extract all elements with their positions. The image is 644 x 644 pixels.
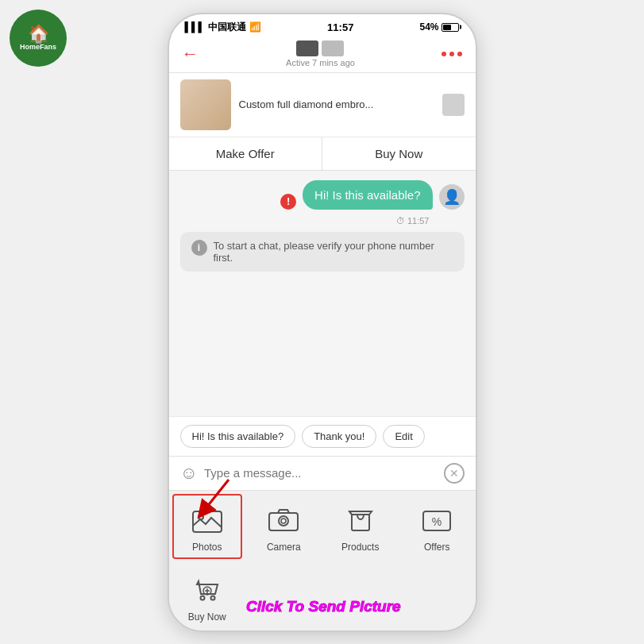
buynow-label: Buy Now (188, 611, 226, 623)
click-to-send-label: Click To Send Picture (246, 598, 401, 615)
svg-point-3 (279, 516, 288, 526)
message-row-1: ! Hi! Is this available? 👤 (180, 180, 465, 210)
svg-point-8 (210, 596, 214, 600)
user-avatar: 👤 (439, 184, 465, 210)
photos-label: Photos (192, 542, 222, 553)
more-button[interactable] (442, 52, 462, 56)
svg-line-12 (203, 480, 229, 511)
buynow-icon (189, 575, 226, 607)
quick-replies: Hi! Is this available? Thank you! Edit (169, 416, 476, 456)
products-icon (342, 505, 379, 537)
product-thumb-small (442, 94, 465, 116)
homefans-label: HomeFans (20, 43, 56, 51)
back-button[interactable]: ← (182, 45, 199, 63)
svg-point-4 (281, 519, 286, 523)
attachment-products[interactable]: Products (322, 491, 399, 562)
active-status: Active 7 mins ago (286, 58, 355, 67)
status-left: ▌▌▌ 中国联通 📶 (185, 21, 262, 34)
info-icon: i (191, 240, 207, 256)
camera-label: Camera (267, 542, 301, 553)
svg-text:%: % (432, 515, 442, 528)
wifi-icon: 📶 (249, 21, 261, 33)
status-time: 11:57 (327, 21, 353, 33)
camera-icon (265, 505, 302, 537)
offers-label: Offers (424, 542, 449, 553)
attachment-offers[interactable]: % Offers (399, 491, 476, 562)
nav-avatar-2 (322, 40, 344, 56)
battery-icon (442, 23, 459, 32)
phone-frame: ▌▌▌ 中国联通 📶 11:57 54% ← Active 7 mins ago (168, 13, 477, 632)
battery-percent: 54% (419, 21, 438, 33)
info-notice: i To start a chat, please verify your ph… (180, 232, 465, 272)
products-label: Products (341, 542, 379, 553)
quick-reply-thankyou[interactable]: Thank you! (302, 425, 376, 448)
attachment-buynow[interactable]: Buy Now (169, 562, 246, 631)
offers-icon: % (418, 505, 455, 537)
clear-input-button[interactable]: ✕ (444, 463, 465, 484)
product-title: Custom full diamond embro... (239, 98, 434, 110)
make-offer-button[interactable]: Make Offer (169, 137, 323, 170)
nav-bar: ← Active 7 mins ago (169, 37, 476, 73)
product-thumbnail (180, 79, 231, 130)
quick-reply-edit[interactable]: Edit (383, 425, 424, 448)
buy-now-button[interactable]: Buy Now (322, 137, 476, 170)
quick-reply-available[interactable]: Hi! Is this available? (180, 425, 296, 448)
product-preview: Custom full diamond embro... (169, 73, 476, 137)
nav-avatars (296, 40, 344, 56)
action-buttons: Make Offer Buy Now (169, 137, 476, 171)
more-dot-3 (457, 52, 462, 56)
nav-center: Active 7 mins ago (286, 40, 355, 67)
signal-bars: ▌▌▌ (185, 21, 206, 33)
product-info: Custom full diamond embro... (239, 98, 434, 110)
message-text-1: Hi! Is this available? (314, 188, 420, 202)
nav-avatar-1 (296, 40, 318, 56)
status-right: 54% (419, 21, 459, 33)
homefans-icon: 🏠 (28, 25, 49, 43)
attachment-row2: Buy Now (169, 562, 476, 631)
arrow-annotation (189, 476, 237, 526)
more-dot-1 (442, 52, 446, 56)
homefans-logo: 🏠 HomeFans (10, 10, 67, 67)
status-bar: ▌▌▌ 中国联通 📶 11:57 54% (169, 14, 476, 37)
message-input[interactable] (204, 466, 438, 480)
svg-point-7 (200, 596, 204, 600)
carrier-name: 中国联通 (208, 21, 246, 34)
chat-area: ! Hi! Is this available? 👤 ⏱ 11:57 i To … (169, 171, 476, 416)
message-error-icon: ! (280, 194, 296, 210)
attachment-camera[interactable]: Camera (245, 491, 322, 562)
message-time-1: ⏱ 11:57 (180, 216, 465, 226)
message-bubble-1: Hi! Is this available? (303, 180, 432, 210)
more-dot-2 (449, 52, 454, 56)
info-text: To start a chat, please verify your phon… (214, 240, 453, 264)
